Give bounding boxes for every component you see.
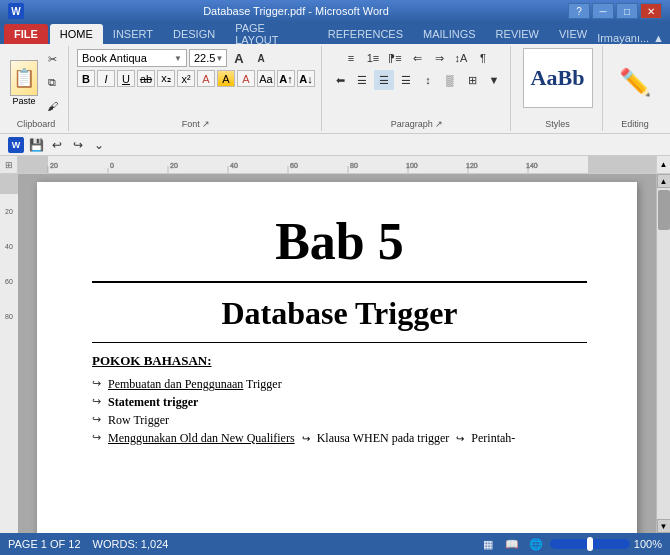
list-item: Statement trigger — [92, 395, 587, 410]
copy-button[interactable]: ⧉ — [42, 73, 62, 93]
line-spacing-button[interactable]: ↕ — [418, 70, 438, 90]
para-settings[interactable]: ▼ — [484, 70, 504, 90]
undo-button[interactable]: ↩ — [48, 136, 66, 154]
svg-text:40: 40 — [5, 243, 13, 250]
format-painter-button[interactable]: 🖌 — [42, 96, 62, 116]
scroll-thumb[interactable] — [658, 190, 670, 230]
web-layout-button[interactable]: 🌐 — [526, 534, 546, 554]
svg-text:20: 20 — [50, 162, 58, 169]
document-page: Bab 5 Database Trigger POKOK BAHASAN: Pe… — [37, 182, 637, 533]
cut-button[interactable]: ✂ — [42, 50, 62, 70]
title-bar: W Database Trigger.pdf - Microsoft Word … — [0, 0, 670, 22]
chapter-divider — [92, 281, 587, 283]
font-size-value: 22.5 — [194, 52, 215, 64]
user-label: Irmayanı... — [597, 32, 649, 44]
chapter-title: Bab 5 — [92, 212, 587, 271]
close-button[interactable]: ✕ — [640, 3, 662, 19]
font-color-button[interactable]: A — [237, 70, 255, 87]
styles-box[interactable]: AaBb — [523, 48, 593, 108]
shrink-font-button[interactable]: A — [251, 48, 271, 68]
help-button[interactable]: ─ — [592, 3, 614, 19]
ruler-corner[interactable]: ⊞ — [0, 156, 18, 174]
align-left-button[interactable]: ⬅ — [330, 70, 350, 90]
font-name-box[interactable]: Book Antiqua ▼ — [77, 49, 187, 67]
grow-font-button[interactable]: A — [229, 48, 249, 68]
font-size-up2[interactable]: A↑ — [277, 70, 295, 87]
sort-button[interactable]: ↕A — [451, 48, 471, 68]
vertical-scrollbar[interactable]: ▲ ▼ — [656, 174, 670, 533]
doc-area: 20 40 60 80 Bab 5 Database Trigger POKOK… — [0, 174, 670, 533]
tab-references[interactable]: REFERENCES — [318, 24, 413, 44]
font-size-box[interactable]: 22.5 ▼ — [189, 49, 227, 67]
svg-rect-22 — [0, 174, 18, 194]
paragraph-label: Paragraph ↗ — [391, 117, 444, 129]
tab-file[interactable]: FILE — [4, 24, 48, 44]
subscript-button[interactable]: x₂ — [157, 70, 175, 87]
word-count: WORDS: 1,024 — [93, 538, 169, 550]
list-item-text: Statement trigger — [108, 395, 198, 410]
word-icon-small: W — [8, 137, 24, 153]
tab-view[interactable]: VIEW — [549, 24, 597, 44]
align-center-button[interactable]: ☰ — [352, 70, 372, 90]
clear-format-button[interactable]: A — [197, 70, 215, 87]
svg-text:80: 80 — [350, 162, 358, 169]
svg-text:100: 100 — [406, 162, 418, 169]
ruler-end: ▲ — [656, 156, 670, 174]
align-right-button[interactable]: ☰ — [374, 70, 394, 90]
section-title: Database Trigger — [92, 295, 587, 332]
svg-rect-2 — [588, 156, 656, 173]
font-size-dn2[interactable]: A↓ — [297, 70, 315, 87]
page-info: PAGE 1 OF 12 — [8, 538, 81, 550]
italic-button[interactable]: I — [97, 70, 115, 87]
zoom-thumb[interactable] — [587, 537, 593, 551]
styles-group: AaBb Styles — [513, 46, 603, 131]
shading-button[interactable]: ▒ — [440, 70, 460, 90]
show-para-button[interactable]: ¶ — [473, 48, 493, 68]
print-layout-button[interactable]: ▦ — [478, 534, 498, 554]
window-controls[interactable]: ? ─ □ ✕ — [568, 3, 662, 19]
svg-text:140: 140 — [526, 162, 538, 169]
border-button[interactable]: ⊞ — [462, 70, 482, 90]
multilevel-button[interactable]: ⁋≡ — [385, 48, 405, 68]
pokok-heading: POKOK BAHASAN: — [92, 353, 587, 369]
font-name-value: Book Antiqua — [82, 52, 147, 64]
minimize-button[interactable]: ? — [568, 3, 590, 19]
increase-indent-button[interactable]: ⇒ — [429, 48, 449, 68]
maximize-button[interactable]: □ — [616, 3, 638, 19]
svg-text:20: 20 — [170, 162, 178, 169]
strikethrough-button[interactable]: ab — [137, 70, 155, 87]
text-highlight-button[interactable]: A — [217, 70, 235, 87]
redo-button[interactable]: ↪ — [69, 136, 87, 154]
tab-design[interactable]: DESIGN — [163, 24, 225, 44]
tab-review[interactable]: REVIEW — [486, 24, 549, 44]
svg-text:60: 60 — [5, 278, 13, 285]
horizontal-ruler: 20 0 20 40 60 80 100 120 140 — [18, 156, 656, 173]
scroll-down-button[interactable]: ▼ — [657, 519, 671, 533]
list-item: Pembuatan dan Penggunaan Trigger — [92, 377, 587, 392]
font-group: Book Antiqua ▼ 22.5 ▼ A A B I U ab x₂ x²… — [71, 46, 322, 131]
tab-insert[interactable]: INSERT — [103, 24, 163, 44]
list-item-text: Row Trigger — [108, 413, 169, 428]
bold-button[interactable]: B — [77, 70, 95, 87]
bullets-button[interactable]: ≡ — [341, 48, 361, 68]
justify-button[interactable]: ☰ — [396, 70, 416, 90]
font-case-button[interactable]: Aa — [257, 70, 275, 87]
superscript-button[interactable]: x² — [177, 70, 195, 87]
customize-qa-button[interactable]: ⌄ — [90, 136, 108, 154]
underline-button[interactable]: U — [117, 70, 135, 87]
svg-rect-21 — [0, 174, 18, 533]
status-bar: PAGE 1 OF 12 WORDS: 1,024 ▦ 📖 🌐 100% — [0, 533, 670, 555]
tab-home[interactable]: HOME — [50, 24, 103, 44]
scroll-up-button[interactable]: ▲ — [657, 174, 671, 188]
save-button[interactable]: 💾 — [27, 136, 45, 154]
numbering-button[interactable]: 1≡ — [363, 48, 383, 68]
zoom-slider[interactable] — [550, 539, 630, 549]
tab-mailings[interactable]: MAILINGS — [413, 24, 486, 44]
vertical-ruler: 20 40 60 80 — [0, 174, 18, 533]
read-mode-button[interactable]: 📖 — [502, 534, 522, 554]
font-label: Font ↗ — [182, 117, 211, 129]
list-item: Row Trigger — [92, 413, 587, 428]
decrease-indent-button[interactable]: ⇐ — [407, 48, 427, 68]
font-name-arrow: ▼ — [174, 54, 182, 63]
tab-page-layout[interactable]: PAGE LAYOUT — [225, 24, 318, 44]
